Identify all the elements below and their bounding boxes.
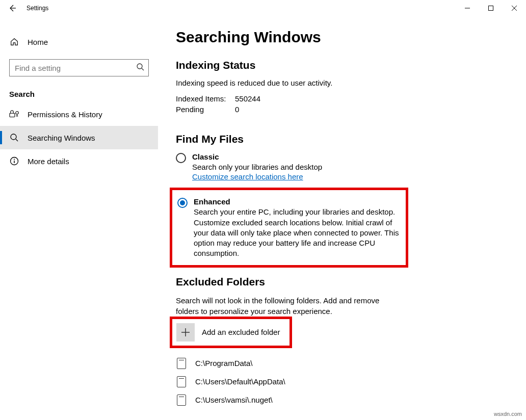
search-icon (9, 133, 19, 143)
customize-locations-link[interactable]: Customize search locations here (192, 172, 303, 181)
sidebar-item-searching-windows[interactable]: Searching Windows (0, 126, 158, 149)
folder-path: C:\Users\Default\AppData\ (195, 377, 285, 386)
folder-icon (177, 358, 186, 369)
folder-path: C:\ProgramData\ (195, 359, 253, 368)
svg-point-6 (14, 159, 15, 160)
close-button[interactable] (503, 0, 526, 16)
enhanced-desc: Search your entire PC, including your li… (194, 207, 401, 258)
classic-title: Classic (192, 152, 322, 161)
sidebar-item-label: Searching Windows (28, 134, 95, 142)
add-folder-highlight: Add an excluded folder (170, 317, 292, 348)
home-label: Home (28, 38, 48, 46)
minimize-button[interactable] (456, 0, 479, 16)
enhanced-highlight: Enhanced Search your entire PC, includin… (170, 188, 408, 267)
sidebar: Home Search Permissions & History Search… (0, 16, 158, 420)
plus-icon (176, 323, 195, 342)
back-button[interactable] (0, 0, 24, 16)
svg-point-3 (16, 112, 18, 114)
home-nav[interactable]: Home (0, 32, 158, 52)
svg-point-1 (137, 64, 142, 69)
sidebar-item-permissions[interactable]: Permissions & History (0, 102, 158, 126)
permissions-icon (9, 109, 19, 119)
radio-indicator (177, 198, 188, 208)
watermark: wsxdn.com (494, 411, 522, 417)
add-excluded-folder-button[interactable]: Add an excluded folder (176, 323, 285, 342)
main-content: Searching Windows Indexing Status Indexi… (158, 16, 526, 420)
maximize-button[interactable] (479, 0, 503, 16)
svg-point-4 (11, 134, 16, 140)
excluded-folder-item[interactable]: C:\Users\Default\AppData\ (176, 373, 516, 391)
search-input-container[interactable] (9, 59, 149, 76)
indexed-items-label: Indexed Items: (176, 94, 235, 103)
sidebar-item-label: More details (28, 157, 69, 166)
enhanced-title: Enhanced (194, 197, 401, 206)
search-input[interactable] (15, 64, 136, 72)
classic-desc: Search only your libraries and desktop (192, 162, 322, 172)
svg-rect-0 (489, 6, 493, 11)
find-files-heading: Find My Files (176, 133, 516, 145)
app-title: Settings (24, 5, 48, 12)
pending-value: 0 (235, 105, 239, 114)
add-folder-label: Add an excluded folder (202, 328, 280, 336)
folder-icon (177, 395, 186, 406)
page-title: Searching Windows (176, 29, 516, 46)
search-icon (136, 63, 144, 73)
excluded-desc: Search will not look in the following fo… (176, 295, 390, 317)
excluded-folder-item[interactable]: C:\ProgramData\ (176, 354, 516, 373)
folder-icon (177, 376, 186, 387)
radio-indicator (176, 153, 186, 163)
svg-rect-2 (10, 113, 15, 117)
indexing-status: Indexing speed is reduced due to user ac… (176, 78, 516, 87)
excluded-heading: Excluded Folders (176, 276, 516, 288)
radio-enhanced[interactable]: Enhanced Search your entire PC, includin… (177, 197, 401, 258)
category-header: Search (0, 76, 158, 102)
indexing-heading: Indexing Status (176, 59, 516, 71)
folder-path: C:\Users\vamsi\.nuget\ (195, 396, 273, 404)
info-icon (9, 156, 19, 166)
radio-classic[interactable]: Classic Search only your libraries and d… (176, 152, 410, 181)
excluded-folder-item[interactable]: C:\Users\vamsi\.nuget\ (176, 391, 516, 409)
indexed-items-value: 550244 (235, 94, 260, 103)
pending-label: Pending (176, 105, 235, 114)
sidebar-item-more-details[interactable]: More details (0, 149, 158, 173)
sidebar-item-label: Permissions & History (28, 110, 102, 119)
home-icon (9, 37, 19, 47)
